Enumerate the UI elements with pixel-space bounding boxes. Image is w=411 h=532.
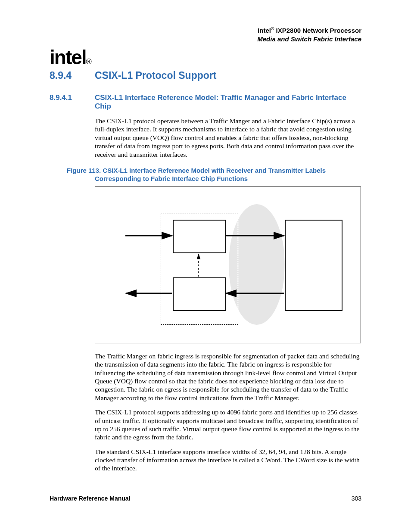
subsection-number: 8.9.4.1 bbox=[50, 93, 95, 111]
transmitter-block bbox=[173, 220, 226, 253]
section-title: CSIX-L1 Protocol Support bbox=[95, 70, 216, 81]
fabric-interface-block bbox=[285, 220, 342, 311]
intel-logo: intel® bbox=[50, 46, 361, 69]
paragraph-2: The Traffic Manger on fabric ingress is … bbox=[95, 352, 361, 402]
page-footer: Hardware Reference Manual 303 bbox=[50, 495, 361, 502]
paragraph-1: The CSIX-L1 protocol operates between a … bbox=[95, 117, 361, 159]
header-line-1: Intel® IXP2800 Network Processor bbox=[50, 26, 361, 35]
document-header: Intel® IXP2800 Network Processor Media a… bbox=[50, 26, 361, 43]
logo-registered-icon: ® bbox=[86, 57, 91, 66]
figure-caption-line-2: Corresponding to Fabric Interface Chip F… bbox=[95, 174, 361, 183]
logo-text: intel bbox=[50, 46, 86, 68]
subsection-heading: 8.9.4.1 CSIX-L1 Interface Reference Mode… bbox=[50, 93, 361, 111]
section-number: 8.9.4 bbox=[50, 70, 95, 81]
paragraph-3: The CSIX-L1 protocol supports addressing… bbox=[95, 408, 361, 442]
brand-name: Intel bbox=[258, 27, 271, 34]
product-name: IXP2800 Network Processor bbox=[274, 27, 361, 34]
paragraph-4: The standard CSIX-L1 interface supports … bbox=[95, 448, 361, 473]
page: Intel® IXP2800 Network Processor Media a… bbox=[0, 0, 411, 532]
section-heading: 8.9.4 CSIX-L1 Protocol Support bbox=[50, 70, 361, 81]
footer-page-number: 303 bbox=[352, 495, 361, 502]
header-subtitle: Media and Switch Fabric Interface bbox=[50, 35, 361, 44]
footer-manual-title: Hardware Reference Manual bbox=[50, 495, 131, 502]
figure-caption: Figure 113. CSIX-L1 Interface Reference … bbox=[50, 166, 361, 183]
figure-diagram bbox=[95, 187, 361, 343]
figure-caption-line-1: Figure 113. CSIX-L1 Interface Reference … bbox=[67, 166, 361, 175]
receiver-block bbox=[173, 277, 226, 311]
subsection-title: CSIX-L1 Interface Reference Model: Traff… bbox=[95, 93, 361, 111]
